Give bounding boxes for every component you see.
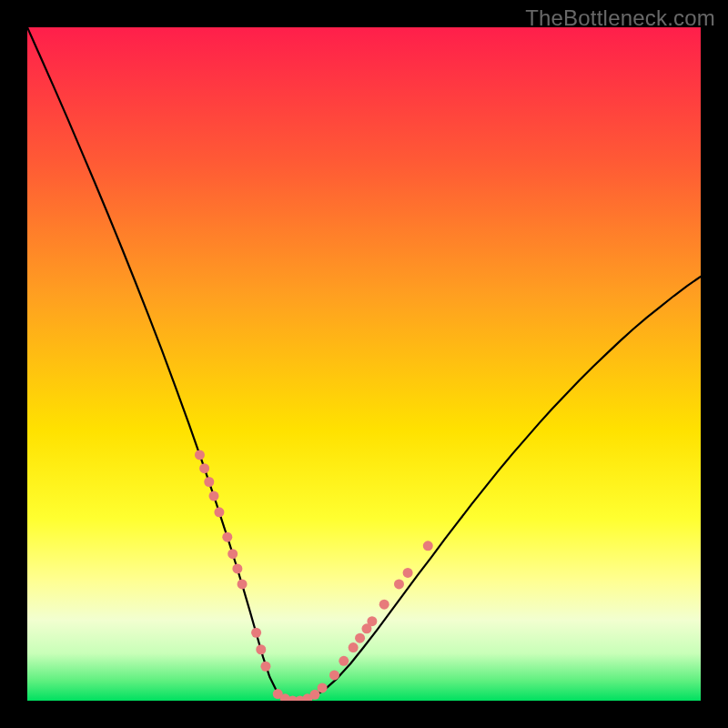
data-marker <box>423 541 433 551</box>
data-marker <box>204 477 214 487</box>
data-marker <box>228 549 238 559</box>
data-marker <box>256 644 266 654</box>
data-marker <box>329 670 339 680</box>
gradient-background <box>27 27 701 701</box>
data-marker <box>251 628 261 638</box>
data-marker <box>394 579 404 589</box>
data-marker <box>195 450 205 460</box>
data-marker <box>349 642 359 652</box>
data-marker <box>199 463 209 473</box>
data-marker <box>403 568 413 578</box>
data-marker <box>309 690 319 700</box>
data-marker <box>355 633 365 643</box>
data-marker <box>260 662 270 672</box>
data-marker <box>208 491 218 501</box>
data-marker <box>379 600 389 610</box>
data-marker <box>318 682 328 693</box>
chart-frame: TheBottleneck.com <box>0 0 728 728</box>
data-marker <box>339 656 349 666</box>
data-marker <box>222 532 232 542</box>
plot-area <box>27 27 701 701</box>
data-marker <box>367 616 377 626</box>
data-marker <box>214 507 224 517</box>
data-marker <box>238 579 248 589</box>
watermark-label: TheBottleneck.com <box>525 5 715 31</box>
data-marker <box>232 563 242 573</box>
chart-svg <box>27 27 701 701</box>
